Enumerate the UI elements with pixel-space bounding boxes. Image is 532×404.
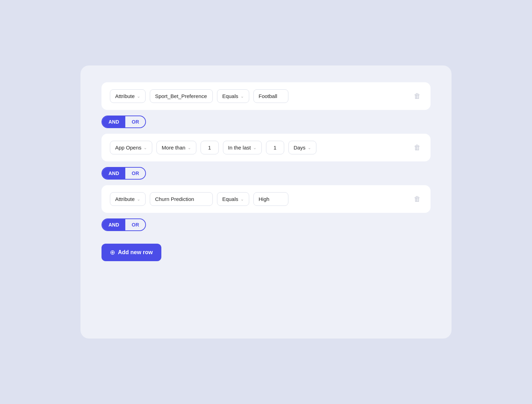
logic-connector-1: AND OR: [102, 116, 430, 128]
type-dropdown-3[interactable]: Attribute ⌄: [110, 192, 146, 206]
time-unit-dropdown-2[interactable]: Days ⌄: [288, 141, 316, 154]
operator-label-1: Equals: [222, 93, 238, 99]
trash-icon-3: 🗑: [414, 195, 421, 203]
trash-icon-2: 🗑: [414, 144, 421, 152]
timeframe-label-2: In the last: [228, 145, 251, 151]
field-label-1: Sport_Bet_Preference: [150, 89, 213, 103]
count-field-2: 1: [201, 141, 219, 154]
type-label-3: Attribute: [115, 196, 135, 202]
and-button-3[interactable]: AND: [102, 219, 125, 230]
delete-button-1[interactable]: 🗑: [412, 91, 422, 102]
add-row-container: ⊕ Add new row: [102, 237, 430, 261]
or-button-3[interactable]: OR: [125, 219, 145, 230]
value-field-3: High: [253, 192, 288, 206]
and-button-2[interactable]: AND: [102, 168, 125, 179]
field-label-3: Churn Prediction: [150, 192, 213, 206]
and-button-1[interactable]: AND: [102, 116, 125, 127]
chevron-down-icon: ⌄: [137, 94, 140, 99]
logic-connector-2: AND OR: [102, 167, 430, 180]
connector-group-2: AND OR: [102, 167, 146, 180]
operator-dropdown-2[interactable]: More than ⌄: [156, 141, 196, 154]
add-new-row-button[interactable]: ⊕ Add new row: [102, 244, 161, 261]
or-button-2[interactable]: OR: [125, 168, 145, 179]
condition-row-2: App Opens ⌄ More than ⌄ 1 In the last ⌄ …: [102, 134, 430, 161]
operator-dropdown-1[interactable]: Equals ⌄: [217, 89, 249, 103]
operator-dropdown-3[interactable]: Equals ⌄: [217, 192, 249, 206]
type-dropdown-2[interactable]: App Opens ⌄: [110, 141, 152, 154]
chevron-down-icon-op1: ⌄: [240, 94, 244, 99]
delete-button-3[interactable]: 🗑: [412, 194, 422, 204]
type-label-1: Attribute: [115, 93, 135, 99]
trash-icon-1: 🗑: [414, 92, 421, 100]
operator-label-3: Equals: [222, 196, 238, 202]
connector-group-1: AND OR: [102, 116, 146, 128]
time-count-field-2: 1: [266, 141, 284, 154]
operator-label-2: More than: [162, 145, 186, 151]
time-unit-label-2: Days: [294, 145, 306, 151]
chevron-down-icon-2: ⌄: [144, 145, 147, 150]
plus-circle-icon: ⊕: [110, 249, 115, 256]
type-label-2: App Opens: [115, 145, 141, 151]
value-field-1: Football: [253, 89, 288, 103]
connector-group-3: AND OR: [102, 218, 146, 231]
logic-connector-3: AND OR: [102, 218, 430, 231]
chevron-down-icon-tu2: ⌄: [308, 145, 311, 150]
chevron-down-icon-op2: ⌄: [188, 145, 191, 150]
chevron-down-icon-3: ⌄: [137, 197, 140, 202]
chevron-down-icon-op3: ⌄: [240, 197, 244, 202]
condition-row-3: Attribute ⌄ Churn Prediction Equals ⌄ Hi…: [102, 185, 430, 213]
chevron-down-icon-tf2: ⌄: [253, 145, 257, 150]
or-button-1[interactable]: OR: [125, 116, 145, 127]
add-row-label: Add new row: [118, 249, 153, 256]
timeframe-dropdown-2[interactable]: In the last ⌄: [223, 141, 262, 154]
type-dropdown-1[interactable]: Attribute ⌄: [110, 89, 146, 103]
condition-row-1: Attribute ⌄ Sport_Bet_Preference Equals …: [102, 82, 430, 110]
delete-button-2[interactable]: 🗑: [412, 142, 422, 153]
filter-builder: Attribute ⌄ Sport_Bet_Preference Equals …: [80, 65, 451, 339]
